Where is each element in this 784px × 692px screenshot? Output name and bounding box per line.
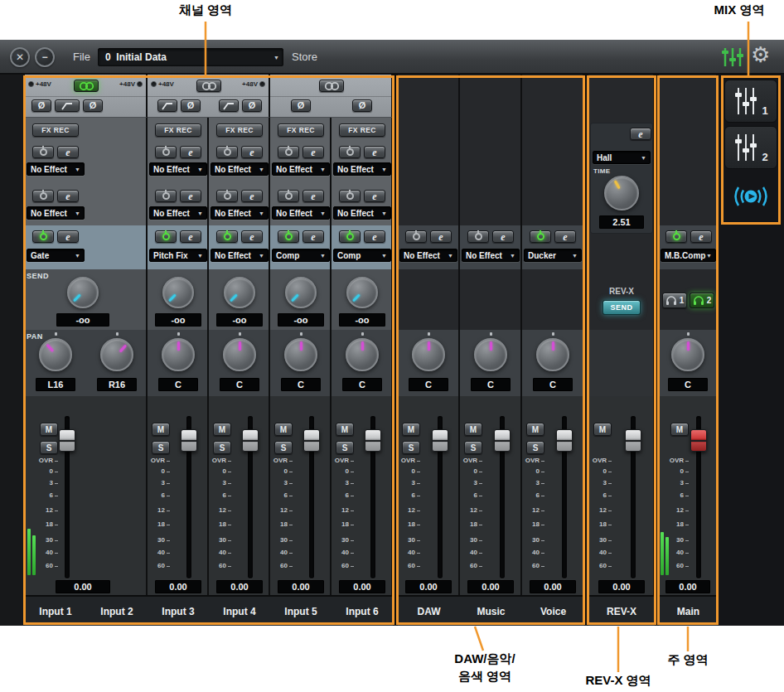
insert-effect-select[interactable]: Comp▼ bbox=[333, 249, 391, 262]
fx1-edit-button[interactable]: e bbox=[241, 146, 263, 158]
phones-1-button[interactable]: 1 bbox=[662, 293, 687, 308]
mute-button[interactable]: M bbox=[213, 423, 231, 436]
fx2-effect-select[interactable]: No Effect▼ bbox=[272, 206, 330, 220]
fader-handle[interactable] bbox=[494, 429, 511, 452]
pan-knob[interactable] bbox=[39, 338, 72, 371]
phase-invert-button[interactable]: Ø bbox=[31, 99, 51, 112]
mute-button[interactable]: M bbox=[670, 423, 689, 436]
pan-knob[interactable] bbox=[284, 338, 317, 371]
phase-invert-button[interactable]: Ø bbox=[291, 99, 311, 112]
fx1-effect-select[interactable]: No Effect▼ bbox=[272, 162, 330, 176]
revx-send-on-button[interactable]: SEND bbox=[603, 300, 641, 315]
fx2-power-button[interactable] bbox=[216, 190, 238, 202]
fx1-power-button[interactable] bbox=[339, 146, 361, 158]
fx2-effect-select[interactable]: No Effect▼ bbox=[27, 206, 85, 220]
insert-effect-select[interactable]: No Effect▼ bbox=[399, 249, 457, 262]
insert-power-button[interactable] bbox=[339, 230, 361, 243]
mix-tab-2[interactable]: 2 bbox=[724, 126, 777, 169]
fx1-edit-button[interactable]: e bbox=[302, 146, 324, 158]
fader-handle[interactable] bbox=[690, 429, 707, 452]
insert-edit-button[interactable]: e bbox=[364, 230, 385, 243]
solo-button[interactable]: S bbox=[152, 441, 170, 454]
fx1-effect-select[interactable]: No Effect▼ bbox=[211, 162, 269, 176]
insert-effect-select[interactable]: No Effect▼ bbox=[211, 249, 269, 262]
pan-knob[interactable] bbox=[100, 338, 133, 371]
fx2-effect-select[interactable]: No Effect▼ bbox=[211, 206, 269, 220]
fx2-effect-select[interactable]: No Effect▼ bbox=[333, 206, 391, 220]
file-select[interactable]: 0 Initial Data ▼ bbox=[98, 48, 283, 66]
pan-knob[interactable] bbox=[346, 338, 379, 371]
phase-invert-button[interactable]: Ø bbox=[181, 99, 201, 112]
fx2-power-button[interactable] bbox=[32, 190, 54, 202]
fx2-edit-button[interactable]: e bbox=[57, 190, 79, 202]
insert-power-button[interactable] bbox=[155, 230, 177, 243]
pan-knob[interactable] bbox=[671, 338, 704, 371]
mute-button[interactable]: M bbox=[526, 423, 544, 436]
insert-power-button[interactable] bbox=[405, 230, 427, 243]
fx2-edit-button[interactable]: e bbox=[241, 190, 263, 202]
pan-knob[interactable] bbox=[474, 338, 507, 371]
mute-button[interactable]: M bbox=[402, 423, 420, 436]
fx2-power-button[interactable] bbox=[155, 190, 177, 202]
insert-power-button[interactable] bbox=[530, 230, 551, 243]
solo-button[interactable]: S bbox=[464, 441, 482, 454]
fx2-power-button[interactable] bbox=[339, 190, 361, 202]
send-level-knob[interactable] bbox=[224, 277, 255, 308]
pan-knob[interactable] bbox=[536, 338, 569, 371]
close-button[interactable]: ✕ bbox=[10, 47, 30, 67]
stereo-link-button[interactable] bbox=[196, 80, 221, 92]
minimize-button[interactable]: − bbox=[35, 47, 55, 67]
store-button[interactable]: Store bbox=[292, 51, 317, 63]
mute-button[interactable]: M bbox=[274, 423, 293, 436]
fader-handle[interactable] bbox=[303, 429, 320, 452]
fx1-effect-select[interactable]: No Effect▼ bbox=[27, 162, 85, 176]
fx-rec-button[interactable]: FX REC bbox=[155, 123, 201, 137]
fx1-edit-button[interactable]: e bbox=[57, 146, 79, 158]
mute-button[interactable]: M bbox=[336, 423, 354, 436]
fx1-effect-select[interactable]: No Effect▼ bbox=[149, 162, 207, 176]
phase-invert-button[interactable]: Ø bbox=[242, 99, 262, 112]
solo-button[interactable]: S bbox=[274, 441, 293, 454]
mute-button[interactable]: M bbox=[464, 423, 482, 436]
fx1-power-button[interactable] bbox=[155, 146, 177, 158]
fx-rec-button[interactable]: FX REC bbox=[339, 123, 385, 137]
fx1-power-button[interactable] bbox=[32, 146, 54, 158]
fader-handle[interactable] bbox=[365, 429, 381, 452]
fader-handle[interactable] bbox=[59, 429, 75, 452]
fx1-edit-button[interactable]: e bbox=[364, 146, 385, 158]
fader-handle[interactable] bbox=[432, 429, 448, 452]
pan-knob[interactable] bbox=[223, 338, 256, 371]
insert-edit-button[interactable]: e bbox=[690, 230, 712, 243]
fx2-edit-button[interactable]: e bbox=[302, 190, 324, 202]
insert-effect-select[interactable]: Ducker▼ bbox=[524, 249, 582, 262]
insert-effect-select[interactable]: No Effect▼ bbox=[462, 249, 520, 262]
solo-button[interactable]: S bbox=[402, 441, 420, 454]
mute-button[interactable]: M bbox=[40, 423, 58, 436]
insert-edit-button[interactable]: e bbox=[302, 230, 324, 243]
fx-rec-button[interactable]: FX REC bbox=[278, 123, 324, 137]
insert-power-button[interactable] bbox=[216, 230, 238, 243]
mix-tab-1[interactable]: 1 bbox=[724, 80, 777, 123]
settings-gear-icon[interactable]: ⚙ bbox=[751, 42, 770, 68]
insert-edit-button[interactable]: e bbox=[430, 230, 452, 243]
insert-effect-select[interactable]: Pitch Fix▼ bbox=[149, 249, 207, 262]
insert-power-button[interactable] bbox=[32, 230, 54, 243]
solo-button[interactable]: S bbox=[336, 441, 354, 454]
fx1-power-button[interactable] bbox=[216, 146, 238, 158]
pan-knob[interactable] bbox=[412, 338, 445, 371]
insert-edit-button[interactable]: e bbox=[180, 230, 201, 243]
insert-effect-select[interactable]: Comp▼ bbox=[272, 249, 330, 262]
insert-power-button[interactable] bbox=[467, 230, 489, 243]
fx2-edit-button[interactable]: e bbox=[180, 190, 201, 202]
phones-2-button[interactable]: 2 bbox=[690, 293, 714, 308]
fx1-effect-select[interactable]: No Effect▼ bbox=[333, 162, 391, 176]
phase-invert-button[interactable]: Ø bbox=[83, 99, 103, 112]
stereo-link-button[interactable] bbox=[74, 80, 99, 92]
insert-effect-select[interactable]: M.B.Comp▼ bbox=[661, 249, 716, 262]
loopback-fx-button[interactable] bbox=[724, 174, 777, 219]
insert-power-button[interactable] bbox=[278, 230, 299, 243]
insert-effect-select[interactable]: Gate▼ bbox=[27, 249, 85, 262]
hpf-button[interactable] bbox=[55, 99, 80, 112]
fx1-edit-button[interactable]: e bbox=[180, 146, 201, 158]
send-level-knob[interactable] bbox=[162, 277, 194, 308]
